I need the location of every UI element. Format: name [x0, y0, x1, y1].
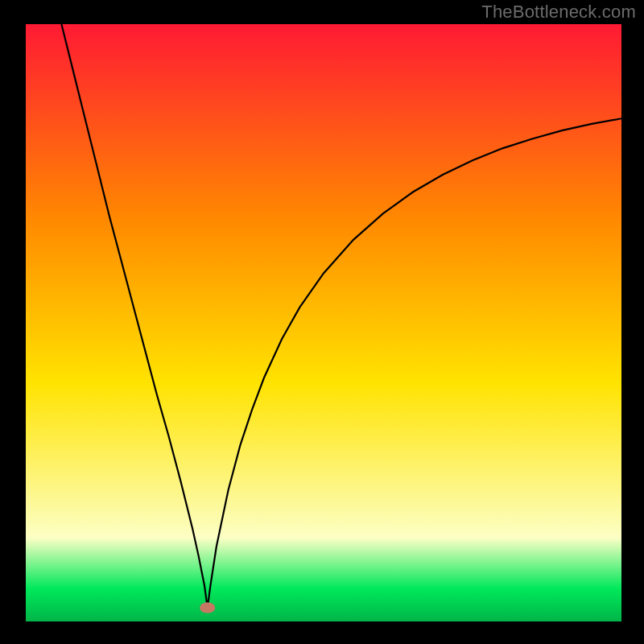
outer-frame: TheBottleneck.com	[0, 0, 644, 644]
watermark-text: TheBottleneck.com	[481, 2, 636, 23]
plot-area	[26, 24, 621, 621]
gradient-background	[26, 24, 621, 621]
chart-svg	[26, 24, 621, 621]
optimum-marker	[200, 602, 215, 613]
